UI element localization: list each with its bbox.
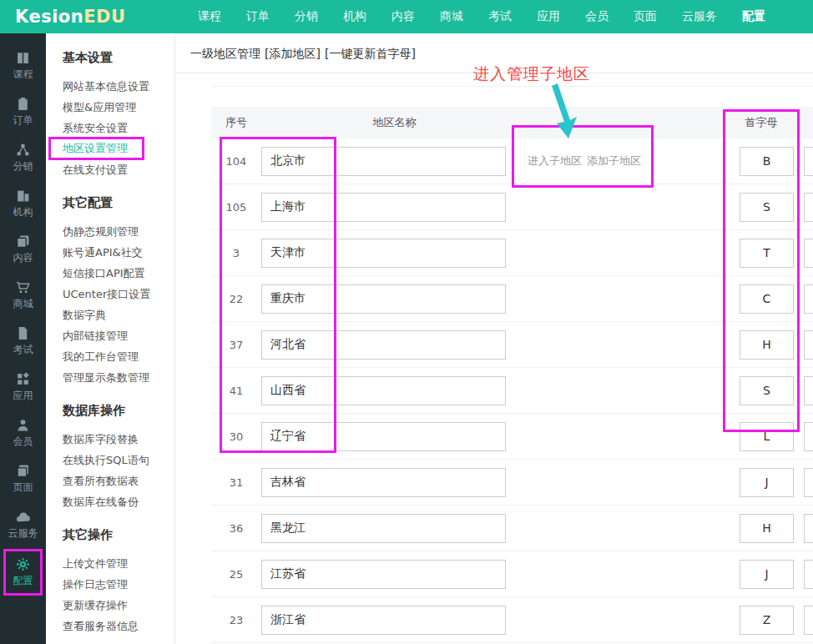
- row-index: 37: [211, 339, 261, 351]
- initial-input[interactable]: [740, 147, 794, 176]
- region-name-input[interactable]: [261, 560, 506, 589]
- iconbar-item-content[interactable]: 内容: [0, 227, 46, 273]
- clipped-extra-input[interactable]: [804, 514, 813, 543]
- topnav-item-distribution[interactable]: 分销: [295, 9, 318, 24]
- sidebar-section-title: 数据库操作: [63, 403, 174, 419]
- clipped-extra-input[interactable]: [804, 330, 813, 360]
- initial-input[interactable]: [740, 560, 794, 589]
- region-name-input[interactable]: [261, 376, 506, 405]
- sidebar-item[interactable]: 网站基本信息设置: [46, 76, 174, 97]
- sidebar-item[interactable]: 在线支付设置: [46, 159, 174, 180]
- topnav-item-mall[interactable]: 商城: [440, 9, 463, 24]
- initial-input[interactable]: [740, 606, 794, 635]
- region-name-input[interactable]: [261, 193, 506, 222]
- clipped-extra-cell: [800, 514, 813, 543]
- iconbar-item-distribution[interactable]: 分销: [0, 135, 46, 181]
- row-index: 31: [211, 476, 261, 489]
- iconbar-item-label: 页面: [13, 480, 33, 495]
- sidebar-item[interactable]: UCenter接口设置: [46, 284, 174, 304]
- sidebar-item[interactable]: 操作日志管理: [46, 574, 174, 595]
- region-name-cell: [261, 514, 528, 543]
- sidebar-item[interactable]: 上传文件管理: [46, 553, 174, 574]
- topnav-item-institutions[interactable]: 机构: [343, 9, 366, 24]
- sidebar-item[interactable]: 系统安全设置: [46, 118, 174, 138]
- clipped-extra-input[interactable]: [804, 284, 813, 314]
- region-name-cell: [261, 422, 528, 451]
- initial-input[interactable]: [740, 330, 794, 360]
- clipped-extra-cell: [800, 422, 813, 451]
- topnav-item-members[interactable]: 会员: [585, 9, 608, 24]
- sidebar-item[interactable]: 数据库字段替换: [46, 429, 174, 450]
- clipped-extra-input[interactable]: [804, 239, 813, 268]
- iconbar-item-apps[interactable]: 应用: [0, 365, 46, 410]
- topnav-item-exam[interactable]: 考试: [488, 9, 512, 24]
- update-initials-link[interactable]: [一键更新首字母]: [325, 47, 416, 60]
- topnav-item-config[interactable]: 配置: [742, 9, 765, 24]
- region-name-input[interactable]: [261, 468, 506, 497]
- region-name-input[interactable]: [261, 606, 506, 635]
- initial-input[interactable]: [740, 422, 794, 451]
- add-region-link[interactable]: [添加地区]: [265, 47, 321, 60]
- sidebar-item[interactable]: 账号通API&社交: [46, 242, 174, 263]
- user-icon: [16, 418, 30, 432]
- region-name-input[interactable]: [261, 330, 506, 360]
- clipped-extra-input[interactable]: [804, 193, 813, 222]
- header-index: 序号: [211, 115, 261, 130]
- region-name-cell: [261, 468, 528, 497]
- clipped-extra-input[interactable]: [804, 147, 813, 176]
- sidebar-item[interactable]: 数据字典: [46, 304, 174, 325]
- initial-input[interactable]: [740, 284, 794, 314]
- sidebar-item[interactable]: 管理显示条数管理: [46, 367, 174, 388]
- iconbar-item-institutions[interactable]: 机构: [0, 181, 46, 227]
- iconbar-item-cloud[interactable]: 云服务: [0, 502, 46, 548]
- initial-input[interactable]: [740, 239, 794, 268]
- region-name-input[interactable]: [261, 284, 506, 314]
- topnav-item-content[interactable]: 内容: [391, 9, 415, 24]
- iconbar-item-mall[interactable]: 商城: [0, 273, 46, 319]
- sidebar-item[interactable]: 内部链接管理: [46, 325, 174, 346]
- sidebar-item[interactable]: 查看服务器信息: [46, 616, 174, 636]
- topnav-item-apps[interactable]: 应用: [537, 9, 560, 24]
- sidebar-item[interactable]: 数据库在线备份: [46, 491, 174, 512]
- region-name-input[interactable]: [261, 239, 506, 268]
- sidebar-item[interactable]: 我的工作台管理: [46, 346, 174, 367]
- sidebar-item[interactable]: 在线执行SQL语句: [46, 450, 174, 470]
- iconbar-item-orders[interactable]: 订单: [0, 89, 46, 135]
- sidebar-item[interactable]: 模型&应用管理: [46, 97, 174, 118]
- initial-input[interactable]: [740, 376, 794, 405]
- region-name-input[interactable]: [261, 147, 506, 176]
- iconbar-item-members[interactable]: 会员: [0, 410, 46, 456]
- topnav-item-pages[interactable]: 页面: [634, 9, 657, 24]
- clipped-extra-input[interactable]: [804, 468, 813, 497]
- sidebar-item[interactable]: 短信接口API配置: [46, 263, 174, 284]
- region-name-input[interactable]: [261, 422, 506, 451]
- table-header-row: 序号 地区名称 首字母: [211, 107, 813, 138]
- iconbar-item-courses[interactable]: 课程: [0, 43, 46, 89]
- iconbar-item-pages[interactable]: 页面: [0, 456, 46, 502]
- initial-input[interactable]: [740, 468, 794, 497]
- topnav-item-courses[interactable]: 课程: [198, 9, 221, 24]
- iconbar-item-exam[interactable]: 考试: [0, 319, 46, 365]
- region-name-cell: [261, 284, 528, 314]
- topnav-item-orders[interactable]: 订单: [246, 9, 270, 24]
- clipped-extra-input[interactable]: [804, 376, 813, 405]
- enter-subregion-link[interactable]: 进入子地区: [528, 154, 582, 167]
- clipped-extra-cell: [800, 376, 813, 405]
- sidebar-item[interactable]: 查看所有数据表: [46, 470, 174, 491]
- app-logo[interactable]: KesionEDU: [15, 7, 126, 27]
- initial-input[interactable]: [740, 514, 794, 543]
- iconbar-item-config[interactable]: 配置: [3, 549, 43, 596]
- row-index: 105: [211, 201, 261, 214]
- sidebar-item[interactable]: 伪静态规则管理: [46, 221, 174, 242]
- sidebar-item-region-settings[interactable]: 地区设置管理: [63, 141, 128, 156]
- sidebar-item[interactable]: 更新缓存操作: [46, 595, 174, 616]
- region-name-input[interactable]: [261, 514, 506, 543]
- region-name-cell: [261, 560, 528, 589]
- initial-input[interactable]: [740, 193, 794, 222]
- clipped-extra-input[interactable]: [804, 606, 813, 635]
- clipped-extra-input[interactable]: [804, 560, 813, 589]
- topnav-item-cloud[interactable]: 云服务: [682, 9, 717, 24]
- clipped-extra-input[interactable]: [804, 422, 813, 451]
- iconbar-item-label: 订单: [13, 113, 33, 128]
- add-subregion-link[interactable]: 添加子地区: [587, 154, 641, 167]
